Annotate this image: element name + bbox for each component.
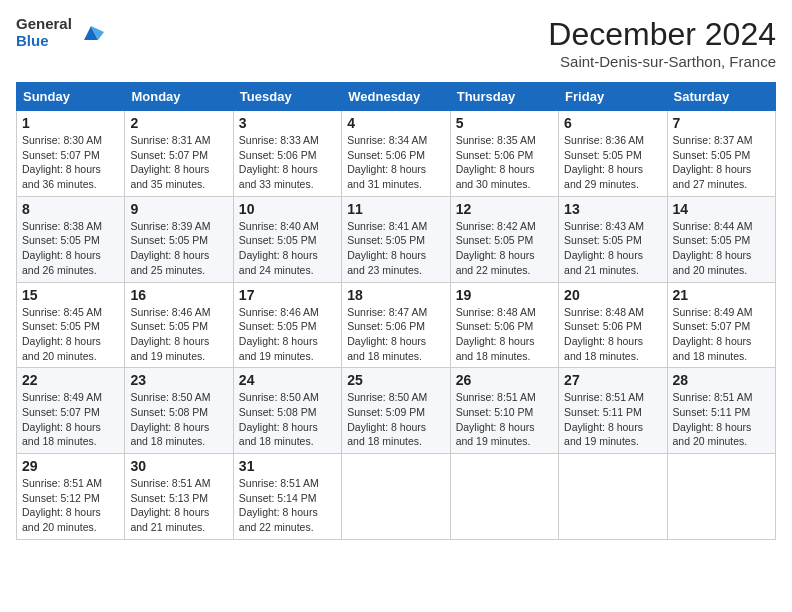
day-number: 29	[22, 458, 119, 474]
day-info: Sunrise: 8:46 AMSunset: 5:05 PMDaylight:…	[130, 305, 227, 364]
day-number: 16	[130, 287, 227, 303]
day-number: 2	[130, 115, 227, 131]
table-row: 31 Sunrise: 8:51 AMSunset: 5:14 PMDaylig…	[233, 454, 341, 540]
table-row: 21 Sunrise: 8:49 AMSunset: 5:07 PMDaylig…	[667, 282, 775, 368]
day-info: Sunrise: 8:38 AMSunset: 5:05 PMDaylight:…	[22, 219, 119, 278]
table-row: 25 Sunrise: 8:50 AMSunset: 5:09 PMDaylig…	[342, 368, 450, 454]
day-info: Sunrise: 8:42 AMSunset: 5:05 PMDaylight:…	[456, 219, 553, 278]
day-number: 10	[239, 201, 336, 217]
calendar-week-row: 8 Sunrise: 8:38 AMSunset: 5:05 PMDayligh…	[17, 196, 776, 282]
day-info: Sunrise: 8:44 AMSunset: 5:05 PMDaylight:…	[673, 219, 770, 278]
table-row: 15 Sunrise: 8:45 AMSunset: 5:05 PMDaylig…	[17, 282, 125, 368]
calendar-week-row: 22 Sunrise: 8:49 AMSunset: 5:07 PMDaylig…	[17, 368, 776, 454]
day-info: Sunrise: 8:49 AMSunset: 5:07 PMDaylight:…	[22, 390, 119, 449]
day-info: Sunrise: 8:50 AMSunset: 5:08 PMDaylight:…	[130, 390, 227, 449]
day-info: Sunrise: 8:51 AMSunset: 5:11 PMDaylight:…	[673, 390, 770, 449]
day-number: 23	[130, 372, 227, 388]
day-info: Sunrise: 8:46 AMSunset: 5:05 PMDaylight:…	[239, 305, 336, 364]
title-block: December 2024 Saint-Denis-sur-Sarthon, F…	[548, 16, 776, 70]
table-row: 28 Sunrise: 8:51 AMSunset: 5:11 PMDaylig…	[667, 368, 775, 454]
day-info: Sunrise: 8:40 AMSunset: 5:05 PMDaylight:…	[239, 219, 336, 278]
day-number: 25	[347, 372, 444, 388]
table-row: 11 Sunrise: 8:41 AMSunset: 5:05 PMDaylig…	[342, 196, 450, 282]
day-info: Sunrise: 8:51 AMSunset: 5:12 PMDaylight:…	[22, 476, 119, 535]
table-row: 23 Sunrise: 8:50 AMSunset: 5:08 PMDaylig…	[125, 368, 233, 454]
header-friday: Friday	[559, 83, 667, 111]
day-info: Sunrise: 8:48 AMSunset: 5:06 PMDaylight:…	[456, 305, 553, 364]
day-info: Sunrise: 8:43 AMSunset: 5:05 PMDaylight:…	[564, 219, 661, 278]
table-row: 2 Sunrise: 8:31 AMSunset: 5:07 PMDayligh…	[125, 111, 233, 197]
table-row: 1 Sunrise: 8:30 AMSunset: 5:07 PMDayligh…	[17, 111, 125, 197]
table-row: 5 Sunrise: 8:35 AMSunset: 5:06 PMDayligh…	[450, 111, 558, 197]
logo-icon	[76, 18, 106, 48]
table-row: 19 Sunrise: 8:48 AMSunset: 5:06 PMDaylig…	[450, 282, 558, 368]
day-info: Sunrise: 8:45 AMSunset: 5:05 PMDaylight:…	[22, 305, 119, 364]
table-row	[450, 454, 558, 540]
table-row: 10 Sunrise: 8:40 AMSunset: 5:05 PMDaylig…	[233, 196, 341, 282]
day-number: 4	[347, 115, 444, 131]
day-info: Sunrise: 8:51 AMSunset: 5:13 PMDaylight:…	[130, 476, 227, 535]
day-number: 3	[239, 115, 336, 131]
header-wednesday: Wednesday	[342, 83, 450, 111]
day-info: Sunrise: 8:36 AMSunset: 5:05 PMDaylight:…	[564, 133, 661, 192]
calendar-week-row: 29 Sunrise: 8:51 AMSunset: 5:12 PMDaylig…	[17, 454, 776, 540]
day-number: 21	[673, 287, 770, 303]
table-row: 7 Sunrise: 8:37 AMSunset: 5:05 PMDayligh…	[667, 111, 775, 197]
month-title: December 2024	[548, 16, 776, 53]
day-number: 8	[22, 201, 119, 217]
table-row: 29 Sunrise: 8:51 AMSunset: 5:12 PMDaylig…	[17, 454, 125, 540]
page-header: General Blue December 2024 Saint-Denis-s…	[16, 16, 776, 70]
day-info: Sunrise: 8:48 AMSunset: 5:06 PMDaylight:…	[564, 305, 661, 364]
table-row: 14 Sunrise: 8:44 AMSunset: 5:05 PMDaylig…	[667, 196, 775, 282]
day-info: Sunrise: 8:51 AMSunset: 5:11 PMDaylight:…	[564, 390, 661, 449]
day-info: Sunrise: 8:47 AMSunset: 5:06 PMDaylight:…	[347, 305, 444, 364]
day-info: Sunrise: 8:51 AMSunset: 5:14 PMDaylight:…	[239, 476, 336, 535]
day-number: 19	[456, 287, 553, 303]
table-row: 17 Sunrise: 8:46 AMSunset: 5:05 PMDaylig…	[233, 282, 341, 368]
logo-blue: Blue	[16, 33, 72, 50]
day-number: 20	[564, 287, 661, 303]
day-number: 14	[673, 201, 770, 217]
header-tuesday: Tuesday	[233, 83, 341, 111]
table-row: 18 Sunrise: 8:47 AMSunset: 5:06 PMDaylig…	[342, 282, 450, 368]
logo: General Blue	[16, 16, 106, 49]
day-number: 5	[456, 115, 553, 131]
table-row	[342, 454, 450, 540]
header-monday: Monday	[125, 83, 233, 111]
day-number: 22	[22, 372, 119, 388]
table-row: 30 Sunrise: 8:51 AMSunset: 5:13 PMDaylig…	[125, 454, 233, 540]
day-info: Sunrise: 8:41 AMSunset: 5:05 PMDaylight:…	[347, 219, 444, 278]
table-row: 9 Sunrise: 8:39 AMSunset: 5:05 PMDayligh…	[125, 196, 233, 282]
day-number: 11	[347, 201, 444, 217]
day-info: Sunrise: 8:33 AMSunset: 5:06 PMDaylight:…	[239, 133, 336, 192]
day-number: 31	[239, 458, 336, 474]
day-number: 7	[673, 115, 770, 131]
table-row: 20 Sunrise: 8:48 AMSunset: 5:06 PMDaylig…	[559, 282, 667, 368]
header-thursday: Thursday	[450, 83, 558, 111]
day-number: 9	[130, 201, 227, 217]
logo-general: General	[16, 16, 72, 33]
header-sunday: Sunday	[17, 83, 125, 111]
table-row: 22 Sunrise: 8:49 AMSunset: 5:07 PMDaylig…	[17, 368, 125, 454]
day-info: Sunrise: 8:50 AMSunset: 5:08 PMDaylight:…	[239, 390, 336, 449]
day-number: 12	[456, 201, 553, 217]
day-number: 6	[564, 115, 661, 131]
day-number: 30	[130, 458, 227, 474]
table-row: 8 Sunrise: 8:38 AMSunset: 5:05 PMDayligh…	[17, 196, 125, 282]
calendar-header-row: Sunday Monday Tuesday Wednesday Thursday…	[17, 83, 776, 111]
table-row: 12 Sunrise: 8:42 AMSunset: 5:05 PMDaylig…	[450, 196, 558, 282]
table-row: 13 Sunrise: 8:43 AMSunset: 5:05 PMDaylig…	[559, 196, 667, 282]
table-row: 27 Sunrise: 8:51 AMSunset: 5:11 PMDaylig…	[559, 368, 667, 454]
day-info: Sunrise: 8:34 AMSunset: 5:06 PMDaylight:…	[347, 133, 444, 192]
table-row: 3 Sunrise: 8:33 AMSunset: 5:06 PMDayligh…	[233, 111, 341, 197]
location: Saint-Denis-sur-Sarthon, France	[548, 53, 776, 70]
table-row	[667, 454, 775, 540]
table-row: 24 Sunrise: 8:50 AMSunset: 5:08 PMDaylig…	[233, 368, 341, 454]
day-info: Sunrise: 8:50 AMSunset: 5:09 PMDaylight:…	[347, 390, 444, 449]
day-number: 17	[239, 287, 336, 303]
day-info: Sunrise: 8:31 AMSunset: 5:07 PMDaylight:…	[130, 133, 227, 192]
day-number: 28	[673, 372, 770, 388]
day-number: 27	[564, 372, 661, 388]
day-info: Sunrise: 8:30 AMSunset: 5:07 PMDaylight:…	[22, 133, 119, 192]
calendar-week-row: 1 Sunrise: 8:30 AMSunset: 5:07 PMDayligh…	[17, 111, 776, 197]
